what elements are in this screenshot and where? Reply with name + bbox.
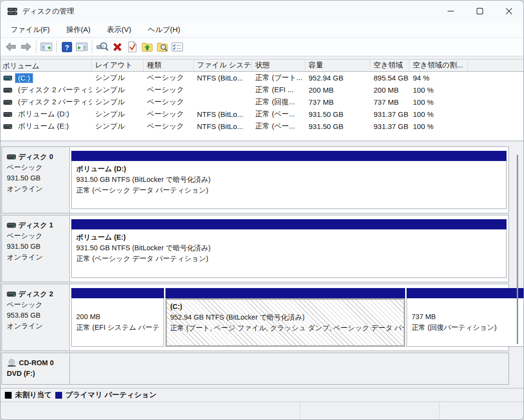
partition-info: 931.50 GB NTFS (BitLocker で暗号化済み) — [76, 242, 502, 253]
volume-name: (C:) — [15, 73, 33, 83]
show-action-pane-button[interactable] — [74, 40, 89, 54]
menu-action[interactable]: 操作(A) — [60, 23, 97, 36]
maximize-icon — [474, 5, 486, 17]
cdrom-info-panel[interactable]: CD-ROM 0 DVD (F:) — [2, 353, 70, 384]
close-icon — [503, 5, 515, 17]
toolbar-separator — [36, 41, 36, 53]
disk-name: ディスク 2 — [18, 289, 53, 299]
minimize-button[interactable] — [436, 0, 465, 22]
cell-type: ベーシック — [144, 73, 194, 82]
column-header-layout[interactable]: レイアウト — [92, 60, 144, 71]
disk-status: オンライン — [7, 183, 66, 194]
partition-c-selected[interactable]: (C:) 952.94 GB NTFS (BitLocker で暗号化済み) 正… — [165, 288, 406, 347]
column-header-volume[interactable]: ボリューム — [0, 60, 92, 71]
partition-color-bar — [407, 288, 524, 298]
cell-filesystem: NTFS (BitLo... — [194, 110, 252, 118]
cell-status: 正常 (ベー... — [252, 110, 305, 119]
partition-d[interactable]: ボリューム (D:) 931.50 GB NTFS (BitLocker で暗号… — [71, 151, 507, 209]
volume-name: (ディスク 2 パーティシ... — [15, 85, 92, 96]
partition-status: 正常 (EFI システム パーテ — [76, 322, 159, 333]
mark-active-button[interactable] — [125, 40, 140, 54]
partition-e[interactable]: ボリューム (E:) 931.50 GB NTFS (BitLocker で暗号… — [71, 219, 507, 278]
legend-primary-label: プライマリ パーティション — [66, 390, 157, 400]
properties-button[interactable] — [170, 40, 185, 54]
cell-type: ベーシック — [144, 122, 194, 131]
partition-title — [411, 301, 520, 311]
partition-efi-system[interactable]: 200 MB 正常 (EFI システム パーテ — [71, 288, 164, 347]
cell-layout: シンプル — [92, 97, 144, 107]
volume-row-disk2-recovery[interactable]: (ディスク 2 パーティシ... シンプル ベーシック 正常 (回復... 73… — [0, 96, 524, 108]
partition-info: 931.50 GB NTFS (BitLocker で暗号化済み) — [76, 174, 502, 185]
disk-management-app-icon — [7, 7, 17, 16]
cell-free: 200 MB — [370, 86, 409, 94]
disk-management-window: ディスクの管理 ファイル(F) 操作(A) 表示(V) ヘルプ(H) — [0, 0, 524, 420]
volume-name: (ディスク 2 パーティシ... — [15, 97, 92, 108]
disk-icon — [7, 291, 16, 297]
menu-view[interactable]: 表示(V) — [101, 23, 138, 36]
column-header-status[interactable]: 状態 — [252, 60, 305, 71]
volume-row-disk2-efi[interactable]: (ディスク 2 パーティシ... シンプル ベーシック 正常 (EFI ... … — [0, 84, 524, 96]
cell-filesystem: NTFS (BitLo... — [194, 122, 252, 130]
disk-name: ディスク 1 — [18, 220, 53, 230]
forward-button[interactable] — [18, 40, 33, 54]
disk-row-1: ディスク 1 ベーシック 931.50 GB オンライン ボリューム (E:) … — [1, 215, 509, 282]
cell-layout: シンプル — [92, 73, 144, 82]
open-folder-button[interactable] — [140, 40, 155, 54]
cell-capacity: 931.50 GB — [305, 110, 370, 118]
volume-icon — [3, 112, 12, 117]
menu-file[interactable]: ファイル(F) — [4, 23, 56, 36]
column-header-filler — [468, 60, 524, 71]
cell-free: 895.54 GB — [370, 74, 409, 82]
partition-status: 正常 (ベーシック データ パーティション) — [76, 185, 502, 195]
cell-layout: シンプル — [92, 122, 144, 131]
mark-active-icon — [127, 41, 138, 53]
cell-layout: シンプル — [92, 85, 144, 95]
volume-row-c[interactable]: (C:) シンプル ベーシック NTFS (BitLo... 正常 (ブート..… — [0, 72, 524, 84]
vertical-scrollbar-thumb[interactable] — [517, 155, 518, 344]
disk-size: 931.50 GB — [7, 241, 66, 252]
pane-splitter[interactable] — [0, 141, 524, 145]
menu-bar: ファイル(F) 操作(A) 表示(V) ヘルプ(H) — [0, 22, 524, 37]
close-button[interactable] — [494, 0, 524, 22]
menu-help[interactable]: ヘルプ(H) — [142, 23, 187, 36]
cell-free: 931.37 GB — [370, 110, 409, 118]
cell-status: 正常 (回復... — [252, 97, 305, 107]
volume-row-d[interactable]: ボリューム (D:) シンプル ベーシック NTFS (BitLo... 正常 … — [0, 108, 524, 120]
partition-recovery[interactable]: 737 MB 正常 (回復パーティション) — [407, 288, 524, 347]
partition-title: ボリューム (D:) — [76, 163, 502, 174]
rescan-disk-button[interactable] — [95, 40, 110, 54]
delete-button[interactable] — [110, 40, 125, 54]
partition-title: (C:) — [170, 301, 401, 312]
maximize-button[interactable] — [465, 0, 494, 22]
explore-folder-button[interactable] — [155, 40, 170, 54]
disk-2-info-panel[interactable]: ディスク 2 ベーシック 953.85 GB オンライン — [2, 284, 70, 351]
disk-1-info-panel[interactable]: ディスク 1 ベーシック 931.50 GB オンライン — [2, 215, 70, 282]
volume-row-e[interactable]: ボリューム (E:) シンプル ベーシック NTFS (BitLo... 正常 … — [0, 120, 524, 132]
cell-free: 737 MB — [370, 98, 409, 106]
cdrom-empty-area — [70, 353, 508, 384]
column-header-free-pct[interactable]: 空き領域の割... — [409, 60, 468, 71]
cell-status: 正常 (ブート... — [252, 73, 305, 82]
disk-icon — [7, 154, 16, 160]
legend-bar: 未割り当て プライマリ パーティション — [0, 388, 524, 402]
cell-type: ベーシック — [144, 110, 194, 119]
partition-color-bar — [71, 219, 507, 229]
open-folder-icon — [141, 41, 153, 53]
cdrom-icon — [7, 359, 16, 367]
disk-0-info-panel[interactable]: ディスク 0 ベーシック 931.50 GB オンライン — [2, 147, 70, 213]
cell-type: ベーシック — [144, 97, 194, 107]
cell-status: 正常 (ベー... — [252, 122, 305, 131]
column-header-free[interactable]: 空き領域 — [370, 60, 409, 71]
partition-status: 正常 (ブート, ページ ファイル, クラッシュ ダンプ, ベーシック データ … — [170, 323, 401, 333]
help-button[interactable]: ? — [59, 40, 74, 54]
partition-title — [76, 301, 159, 311]
column-header-type[interactable]: 種類 — [144, 60, 194, 71]
cell-capacity: 952.94 GB — [305, 74, 370, 82]
show-console-tree-button[interactable] — [39, 40, 54, 54]
back-button[interactable] — [3, 40, 18, 54]
cell-free: 931.37 GB — [370, 122, 409, 130]
column-header-capacity[interactable]: 容量 — [305, 60, 370, 71]
cell-capacity: 737 MB — [305, 98, 370, 106]
column-header-filesystem[interactable]: ファイル システム — [194, 60, 252, 71]
properties-icon — [171, 41, 183, 52]
